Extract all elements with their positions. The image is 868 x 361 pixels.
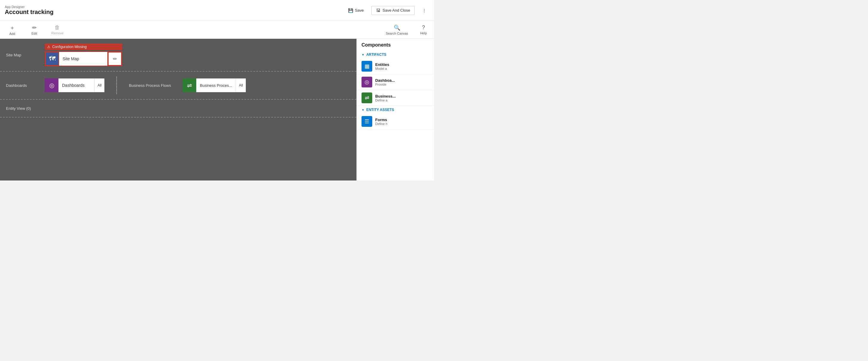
app-header: App Designer Account tracking 💾 Save 🖫 S…	[0, 0, 434, 21]
edit-icon: ✏	[32, 25, 37, 31]
edit-label: Edit	[32, 32, 37, 35]
sitemap-area: ⚠ Configuration Missing 🗺 Site Map ✏	[45, 43, 350, 66]
entities-icon: ▦	[362, 61, 372, 71]
remove-label: Remove	[51, 31, 64, 35]
save-close-button[interactable]: 🖫 Save And Close	[371, 6, 414, 15]
artifacts-chevron-icon: ▼	[362, 53, 365, 56]
dashboard-card: ◎ Dashboards All	[45, 79, 104, 92]
help-button[interactable]: ? Help	[417, 23, 429, 36]
add-label: Add	[9, 32, 15, 35]
save-close-label: Save And Close	[382, 8, 410, 12]
entities-name: Entities	[375, 62, 389, 67]
config-missing-text: Configuration Missing	[52, 45, 87, 49]
search-canvas-button[interactable]: 🔍 Search Canvas	[383, 23, 410, 36]
entity-assets-section-header[interactable]: ▼ ENTITY ASSETS	[357, 106, 434, 114]
component-forms[interactable]: ☰ Forms Define h	[357, 114, 434, 129]
dashboards-section: Dashboards ◎ Dashboards All Business Pro…	[0, 71, 356, 100]
canvas-inner[interactable]: Site Map ⚠ Configuration Missing 🗺 Site …	[0, 39, 356, 181]
entities-info: Entities Model a	[375, 62, 389, 70]
sitemap-edit-button[interactable]: ✏	[108, 52, 122, 66]
help-icon: ?	[422, 25, 425, 31]
dashboard-icon: ◎	[45, 79, 59, 92]
canvas-content: Site Map ⚠ Configuration Missing 🗺 Site …	[0, 39, 356, 181]
entities-desc: Model a	[375, 67, 389, 70]
bpf-icon: ⇌	[183, 79, 196, 92]
bpf-comp-desc: Define a	[375, 98, 396, 102]
more-options-button[interactable]: ⋮	[420, 6, 429, 14]
sitemap-card-icon: 🗺	[45, 52, 59, 66]
bpf-name: Business Proces...	[196, 79, 236, 92]
header-left: App Designer Account tracking	[5, 5, 53, 16]
app-title: Account tracking	[5, 9, 53, 16]
canvas: Site Map ⚠ Configuration Missing 🗺 Site …	[0, 39, 356, 181]
dashboards-comp-icon: ◎	[362, 77, 372, 87]
bpf-comp-icon: ⇌	[362, 92, 372, 103]
save-close-icon: 🖫	[376, 8, 381, 13]
dashboards-comp-name: Dashboa...	[375, 78, 395, 83]
main-area: Site Map ⚠ Configuration Missing 🗺 Site …	[0, 39, 434, 181]
remove-icon: 🗑	[55, 25, 60, 31]
header-right: 💾 Save 🖫 Save And Close ⋮	[345, 6, 429, 15]
save-icon: 💾	[348, 8, 353, 13]
sitemap-section: Site Map ⚠ Configuration Missing 🗺 Site …	[0, 39, 356, 71]
components-panel: Components ▼ ARTIFACTS ▦ Entities Model …	[356, 39, 434, 181]
dashboards-comp-info: Dashboa... Provide	[375, 78, 395, 86]
artifacts-label: ARTIFACTS	[366, 53, 386, 57]
add-button[interactable]: ＋ Add	[5, 23, 20, 37]
bpf-section-label: Business Process Flows	[129, 83, 177, 88]
forms-name: Forms	[375, 118, 388, 122]
panel-title: Components	[357, 42, 434, 51]
remove-button[interactable]: 🗑 Remove	[49, 23, 66, 36]
edit-button[interactable]: ✏ Edit	[27, 23, 42, 36]
component-business-process[interactable]: ⇌ Business... Define a	[357, 90, 434, 106]
more-options-icon: ⋮	[422, 8, 426, 12]
save-button[interactable]: 💾 Save	[345, 6, 367, 14]
config-missing-bar: ⚠ Configuration Missing	[45, 43, 122, 50]
warning-icon: ⚠	[47, 45, 51, 49]
save-label: Save	[355, 8, 364, 12]
entity-view-label: Entity View (0)	[6, 106, 39, 111]
bpf-comp-name: Business...	[375, 94, 396, 98]
component-entities[interactable]: ▦ Entities Model a	[357, 58, 434, 74]
sitemap-section-label: Site Map	[6, 53, 39, 57]
toolbar-right: 🔍 Search Canvas ? Help	[383, 23, 429, 36]
bpf-all-button[interactable]: All	[236, 79, 246, 92]
search-icon: 🔍	[394, 25, 400, 31]
entity-assets-chevron-icon: ▼	[362, 108, 365, 112]
component-dashboards[interactable]: ◎ Dashboa... Provide	[357, 74, 434, 90]
forms-info: Forms Define h	[375, 118, 388, 126]
bpf-comp-info: Business... Define a	[375, 94, 396, 102]
search-canvas-label: Search Canvas	[386, 32, 408, 35]
entity-view-section: Entity View (0)	[0, 100, 356, 118]
forms-icon: ☰	[362, 116, 372, 127]
dashboard-area: ◎ Dashboards All Business Process Flows …	[45, 77, 350, 94]
toolbar-left: ＋ Add ✏ Edit 🗑 Remove	[5, 23, 66, 37]
dashboard-all-button[interactable]: All	[94, 79, 104, 92]
app-label: App Designer	[5, 5, 53, 9]
bpf-card: ⇌ Business Proces... All	[183, 79, 246, 92]
sitemap-card: 🗺 Site Map ✏	[45, 51, 122, 66]
help-label: Help	[420, 31, 427, 35]
sitemap-card-label: Site Map	[59, 52, 108, 66]
dashboards-section-label: Dashboards	[6, 83, 39, 88]
toolbar: ＋ Add ✏ Edit 🗑 Remove 🔍 Search Canvas ? …	[0, 21, 434, 39]
artifacts-section-header[interactable]: ▼ ARTIFACTS	[357, 51, 434, 58]
dashboards-comp-desc: Provide	[375, 83, 395, 86]
add-icon: ＋	[9, 24, 15, 31]
dashboard-label: Dashboards	[59, 79, 94, 92]
forms-desc: Define h	[375, 122, 388, 126]
section-separator	[116, 77, 117, 94]
entity-assets-label: ENTITY ASSETS	[366, 108, 394, 112]
